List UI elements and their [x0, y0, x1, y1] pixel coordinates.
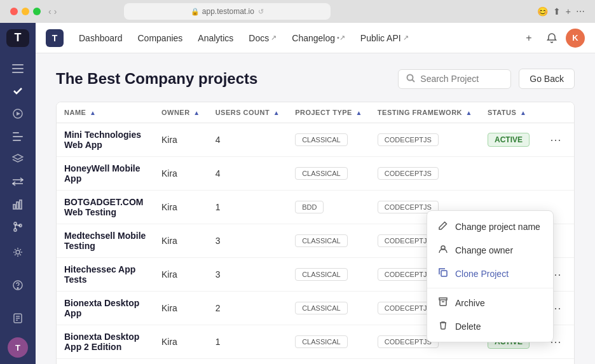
clone-icon: [437, 268, 449, 279]
project-owner: Kira: [154, 325, 208, 359]
sidebar-logo[interactable]: T: [6, 29, 29, 47]
traffic-light-red[interactable]: [10, 8, 18, 15]
menu-item-clone-project[interactable]: Clone Project: [427, 262, 553, 285]
svg-point-13: [14, 229, 17, 231]
sidebar-item-list[interactable]: [6, 128, 29, 145]
menu-divider: [427, 288, 553, 288]
sidebar-item-layers[interactable]: [6, 150, 29, 168]
project-user-count: 1: [208, 359, 288, 365]
chrome-btn-4[interactable]: ⋯: [576, 6, 585, 17]
svg-line-16: [15, 225, 20, 226]
sidebar-item-chart[interactable]: [6, 196, 29, 213]
svg-rect-28: [439, 298, 447, 300]
topnav-link-analytics[interactable]: Analytics: [193, 30, 238, 46]
table-row: HoneyWell Mobile App Kira 4 CLASSICAL CO…: [57, 157, 574, 191]
project-type-badge: CLASSICAL: [295, 167, 348, 180]
svg-line-25: [413, 79, 415, 82]
chrome-btn-2[interactable]: ⬆: [553, 6, 561, 17]
chrome-btn-1[interactable]: 😊: [537, 6, 548, 17]
topnav-link-changelog[interactable]: Changelog •↗: [287, 30, 350, 46]
col-users-count[interactable]: USERS COUNT ▲: [208, 102, 288, 123]
project-user-count: 1: [208, 191, 288, 224]
project-actions: ⋯: [537, 123, 574, 157]
svg-rect-7: [13, 140, 21, 141]
framework-badge: CODECEPTJS: [378, 167, 439, 180]
go-back-button[interactable]: Go Back: [519, 69, 575, 89]
archive-icon: [437, 297, 449, 308]
topnav-link-docs[interactable]: Docs ↗: [243, 30, 282, 46]
project-owner: Kira: [154, 359, 208, 365]
project-type-badge: CLASSICAL: [295, 302, 348, 314]
project-type-badge: CLASSICAL: [295, 234, 348, 247]
menu-item-change-owner[interactable]: Change owner: [427, 238, 553, 262]
external-link-icon-2: •↗: [337, 34, 345, 42]
sidebar-item-help[interactable]: [6, 274, 29, 297]
topnav-logo[interactable]: T: [46, 29, 64, 47]
col-owner[interactable]: OWNER ▲: [154, 102, 208, 123]
nav-forward-button[interactable]: ›: [54, 6, 57, 17]
svg-point-24: [407, 74, 413, 80]
external-link-icon: ↗: [271, 34, 277, 42]
svg-rect-10: [17, 202, 18, 209]
project-user-count: 2: [208, 292, 288, 325]
topnav-user-avatar[interactable]: K: [566, 29, 585, 48]
context-menu: Change project name Change owner Clone P…: [427, 210, 554, 342]
col-project-type[interactable]: PROJECT TYPE ▲: [287, 102, 370, 123]
search-icon: [406, 74, 415, 84]
nav-back-button[interactable]: ‹: [48, 6, 51, 17]
svg-rect-27: [441, 271, 447, 276]
edit-icon: [437, 221, 449, 232]
sidebar: T T: [0, 23, 36, 364]
sidebar-item-docs[interactable]: [6, 307, 29, 330]
main-content: The Best Company projects Go Back NAME ▲…: [36, 53, 595, 364]
project-type-badge: CLASSICAL: [295, 133, 348, 146]
menu-item-change-project-name[interactable]: Change project name: [427, 215, 553, 238]
url-text: app.testomat.io: [202, 7, 254, 16]
sidebar-item-play[interactable]: [6, 105, 29, 123]
project-owner: Kira: [154, 123, 208, 157]
row-actions-button[interactable]: ⋯: [545, 133, 566, 147]
svg-rect-2: [12, 72, 24, 73]
traffic-light-yellow[interactable]: [22, 8, 29, 15]
project-name: Mini Technologies Web App: [64, 130, 141, 150]
chrome-btn-3[interactable]: +: [566, 6, 571, 17]
col-status[interactable]: STATUS ▲: [480, 102, 537, 123]
search-input[interactable]: [420, 74, 503, 84]
sidebar-item-menu[interactable]: [6, 60, 29, 78]
menu-item-delete[interactable]: Delete: [427, 314, 553, 338]
sidebar-user-avatar[interactable]: T: [8, 337, 28, 358]
topnav-link-companies[interactable]: Companies: [133, 30, 188, 46]
table-row: Mini Technologies Web App Kira 4 CLASSIC…: [57, 123, 574, 157]
project-actions: ⋯: [537, 359, 574, 365]
svg-rect-9: [13, 205, 15, 209]
framework-badge: CODECEPTJS: [378, 133, 439, 146]
svg-rect-6: [13, 136, 23, 137]
project-name: HoneyWell Mobile App: [64, 163, 140, 184]
topnav-bell-button[interactable]: [543, 29, 561, 47]
topnav-add-button[interactable]: +: [520, 29, 538, 47]
project-type-badge: CLASSICAL: [295, 268, 348, 281]
sidebar-item-transfer[interactable]: [6, 173, 29, 191]
topnav-link-dashboard[interactable]: Dashboard: [74, 30, 128, 46]
header-actions: Go Back: [398, 69, 575, 89]
external-link-icon-3: ↗: [403, 34, 409, 42]
col-name[interactable]: NAME ▲: [57, 102, 154, 123]
sidebar-item-branch[interactable]: [6, 218, 29, 236]
project-name: BOTGADGET.COM Web Testing: [64, 197, 143, 217]
sidebar-item-check[interactable]: [6, 82, 29, 100]
search-box[interactable]: [398, 69, 511, 89]
traffic-light-green[interactable]: [33, 8, 41, 15]
project-user-count: 4: [208, 123, 288, 157]
topnav-link-publicapi[interactable]: Public API ↗: [355, 30, 414, 46]
project-user-count: 3: [208, 224, 288, 258]
project-name: Bionexta Desktop App: [64, 298, 139, 318]
col-testing-framework[interactable]: TESTING FRAMEWORK ▲: [370, 102, 480, 123]
project-actions: [537, 157, 574, 191]
sidebar-logo-text: T: [15, 31, 22, 44]
sidebar-item-settings[interactable]: [6, 241, 29, 264]
menu-item-archive[interactable]: Archive: [427, 291, 553, 314]
table-row: Mayway Company Kira 1 BDD CODECEPTJS ACT…: [57, 359, 574, 365]
project-name: Hitechessec App Tests: [64, 264, 135, 285]
project-name: Bionexta Desktop App 2 Edition: [64, 332, 139, 352]
svg-point-17: [16, 250, 20, 254]
